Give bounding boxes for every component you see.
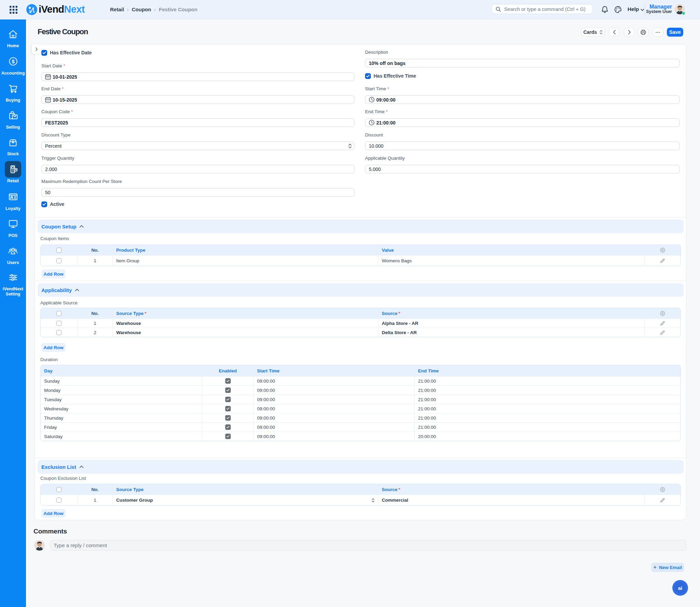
- svg-text:$: $: [12, 59, 14, 64]
